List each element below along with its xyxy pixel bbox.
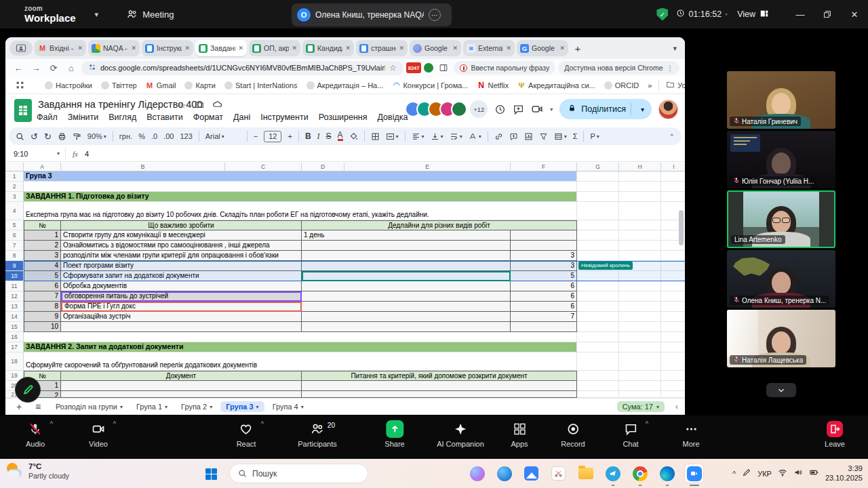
view-button[interactable]: View [737, 9, 769, 20]
grid-cell[interactable] [577, 220, 619, 230]
grid-cell[interactable] [619, 322, 661, 332]
column-header-F[interactable]: F [511, 163, 577, 171]
grid-cell[interactable]: 2 [24, 241, 61, 251]
move-folder-icon[interactable] [195, 100, 204, 111]
row-header-11[interactable]: 11 [5, 281, 24, 291]
paint-format-button[interactable] [73, 132, 81, 141]
grid-cell[interactable] [577, 391, 619, 398]
home-icon[interactable]: ⌂ [64, 60, 79, 75]
security-shield-icon[interactable]: ✓ [656, 8, 668, 21]
more-button[interactable]: More [682, 420, 699, 448]
row-header-1[interactable]: 1 [5, 171, 24, 182]
grid-cell[interactable] [577, 230, 619, 241]
bold-button[interactable]: B [305, 131, 311, 141]
participant-video[interactable]: Наталія Гриневич [727, 71, 835, 129]
grid-cell[interactable]: 7 [24, 291, 61, 302]
bookmark-item[interactable]: Карти [184, 81, 216, 89]
grid-cell[interactable] [619, 281, 661, 291]
tab-close-icon[interactable]: ✕ [238, 45, 243, 52]
grid-cell[interactable]: Документ [61, 371, 302, 381]
row-header-17[interactable]: 17 [5, 342, 24, 352]
menu-Змінити[interactable]: Змінити [68, 113, 99, 122]
grid-cell[interactable]: Форма ПРЕ і Гугл докс [61, 302, 302, 312]
menu-Розширення[interactable]: Розширення [319, 113, 368, 122]
browser-tab[interactable]: Кандида✕ [302, 40, 354, 56]
grid-cell[interactable] [511, 322, 577, 332]
row-header-4[interactable]: 4 [5, 202, 24, 220]
grid-cell[interactable] [577, 192, 619, 202]
telegram-icon[interactable] [604, 464, 622, 483]
sheet-tab-Група 4[interactable]: Група 4▾ [267, 401, 309, 412]
tab-close-icon[interactable]: ✕ [292, 45, 297, 52]
grid-cell[interactable] [619, 342, 661, 352]
participant-video[interactable]: Юлія Гончар (Yuliia H... [727, 131, 835, 188]
grid-cell[interactable] [661, 182, 685, 192]
tab-overview-button[interactable] [9, 41, 33, 56]
grid-cell[interactable] [577, 251, 619, 261]
column-header-C[interactable]: C [225, 163, 302, 171]
grid-cell[interactable] [577, 271, 619, 281]
insert-comment-button[interactable] [509, 132, 518, 141]
all-sheets-icon[interactable]: ≡ [31, 401, 45, 412]
language-indicator[interactable]: УКР [757, 470, 772, 478]
grid-cell[interactable] [577, 241, 619, 251]
grid-cell[interactable]: Сформуйте скорочений та обґрунтований пе… [24, 352, 577, 371]
browser-tab[interactable]: ⊞External✕ [463, 40, 515, 56]
text-color-button[interactable]: A [338, 131, 343, 141]
browser-tab[interactable]: ОП, акр✕ [249, 40, 300, 56]
share-button[interactable]: Share [384, 420, 404, 448]
account-avatar[interactable] [658, 100, 678, 119]
grid-cell[interactable]: Що важливо зробити [61, 220, 302, 230]
address-bar[interactable]: docs.google.com/spreadsheets/d/1UCNGvc6N… [81, 61, 403, 75]
tab-close-icon[interactable]: ✕ [399, 45, 404, 52]
grid-cell[interactable]: 3 [24, 251, 61, 261]
sheet-tab-Розподіл на групи[interactable]: Розподіл на групи▾ [50, 401, 128, 412]
redo-button[interactable]: ↻ [44, 131, 52, 142]
passphrase-button[interactable]: Ввести парольну фразу [454, 61, 555, 75]
sheets-logo-icon[interactable] [14, 99, 32, 122]
tab-close-icon[interactable]: ✕ [559, 45, 565, 52]
comments-icon[interactable] [513, 104, 524, 115]
pen-icon[interactable] [742, 468, 751, 480]
grid-cell[interactable]: Ознайомитись з відомостями про самооціню… [61, 241, 302, 251]
caret-up-icon[interactable]: ^ [50, 420, 53, 427]
version-history-icon[interactable] [494, 104, 506, 115]
tab-strip-caret-icon[interactable]: ▾ [673, 44, 681, 53]
bookmark-item[interactable]: Start | InterNations [224, 81, 298, 89]
apps-grid-icon[interactable] [12, 78, 27, 93]
font-size-input[interactable]: 12 [264, 131, 281, 142]
grid-cell[interactable] [619, 192, 661, 202]
browser-tab[interactable]: Інструкц✕ [142, 40, 193, 56]
new-tab-button[interactable]: + [570, 41, 585, 56]
site-settings-icon[interactable] [88, 62, 96, 74]
row-header-3[interactable]: 3 [5, 192, 24, 202]
edge-icon[interactable] [658, 464, 676, 483]
grid-cell[interactable] [302, 291, 511, 302]
grid-cell[interactable]: 6 [24, 281, 61, 291]
filter-button[interactable] [539, 132, 548, 141]
column-header-G[interactable]: G [577, 163, 619, 171]
battery-icon[interactable] [809, 468, 819, 480]
zoom-select[interactable]: 90%▾ [87, 132, 106, 140]
grid-cell[interactable] [661, 332, 685, 342]
grid-cell[interactable]: Дедлайни для різних видів робіт [302, 220, 577, 230]
currency-format-button[interactable]: грн. [119, 132, 132, 140]
reload-icon[interactable]: ⟳ [46, 60, 61, 75]
minimize-button[interactable]: — [787, 0, 814, 28]
grid-cell[interactable] [24, 182, 577, 192]
row-header-12[interactable]: 12 [5, 291, 24, 302]
grid-cell[interactable] [619, 391, 661, 398]
grid-cell[interactable] [619, 230, 661, 241]
grid-cell[interactable]: 10 [24, 322, 61, 332]
name-box[interactable]: 9:10 ▾ [5, 150, 65, 158]
menu-Інструменти[interactable]: Інструменти [260, 113, 308, 122]
browser-tab[interactable]: Google C✕ [410, 40, 461, 56]
tab-close-icon[interactable]: ✕ [184, 45, 190, 52]
grid-cell[interactable] [302, 251, 511, 261]
grid-cell[interactable] [661, 261, 685, 271]
row-header-9[interactable]: 9 [5, 261, 24, 271]
add-sheet-icon[interactable]: + [12, 401, 26, 412]
grid-cell[interactable] [61, 322, 302, 332]
grid-cell[interactable] [619, 332, 661, 342]
grid-cell[interactable]: 5 [24, 271, 61, 281]
